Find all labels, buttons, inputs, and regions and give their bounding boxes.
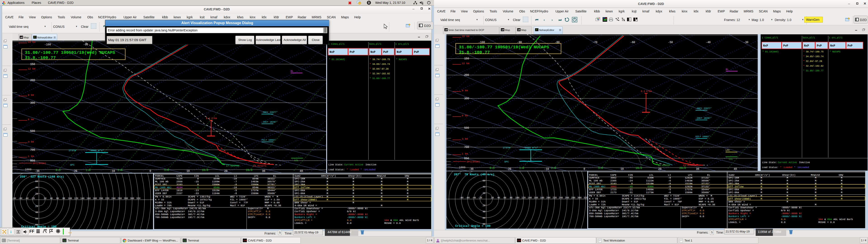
- svg-text:31.80/-100.77 190501/19(Wed) N: 31.80/-100.77 190501/19(Wed) NUCAPS: [25, 50, 115, 55]
- svg-text:Critical Angle = 180: Critical Angle = 180: [455, 224, 491, 228]
- svg-text:4-6km SR Wind =: 4-6km SR Wind =: [728, 203, 751, 206]
- svg-text:Eff Inflow: Eff Inflow: [294, 186, 309, 189]
- svg-text:10: 10: [620, 167, 624, 171]
- svg-text:1km: 1km: [818, 218, 823, 221]
- svg-text:PvP: PvP: [350, 51, 355, 54]
- svg-text:BRN Shear =: BRN Shear =: [728, 201, 745, 203]
- svg-text:*: *: [370, 77, 371, 80]
- svg-text:-20C= 18287': -20C= 18287': [695, 117, 712, 120]
- svg-text:32.94/-97.28: 32.94/-97.28: [806, 60, 822, 63]
- svg-text:0.0: 0.0: [781, 221, 785, 224]
- svg-text:LCL-EL(Cloud Layer): LCL-EL(Cloud Layer): [294, 195, 323, 198]
- svg-text:300: 300: [577, 196, 581, 199]
- svg-text:FZL= 10097': FZL= 10097': [695, 135, 710, 138]
- svg-text:-7: -7: [234, 180, 237, 183]
- svg-text:EL: EL: [707, 174, 710, 177]
- svg-text:M: M: [327, 183, 328, 186]
- svg-text:0.5: 0.5: [490, 167, 495, 170]
- svg-text:M: M: [381, 189, 382, 192]
- svg-text:0.0: 0.0: [347, 219, 351, 222]
- svg-text:1 src,pl/1: 1 src,pl/1: [395, 43, 409, 45]
- svg-text:M: M: [352, 195, 354, 198]
- svg-text:-8: -8: [668, 185, 671, 188]
- svg-text:-30C= 22077': -30C= 22077': [261, 111, 278, 114]
- svg-text:-10: -10: [544, 167, 549, 171]
- svg-text:M: M: [407, 183, 408, 186]
- svg-text:M: M: [381, 186, 382, 189]
- svg-text:5.0: 5.0: [164, 169, 169, 172]
- svg-text:1506m: 1506m: [251, 183, 258, 186]
- svg-text:2157: 2157: [177, 192, 182, 195]
- svg-text:180: 180: [540, 196, 544, 199]
- svg-text:31.8,-100.77: 31.8,-100.77: [25, 55, 56, 60]
- svg-text:60: 60: [503, 196, 506, 199]
- svg-text:M: M: [352, 201, 354, 204]
- svg-text:-80: -80: [459, 196, 463, 199]
- svg-text:1489m: 1489m: [646, 188, 653, 191]
- svg-text:M: M: [352, 177, 354, 180]
- svg-text:M: M: [815, 177, 816, 179]
- svg-text:207° 78 Knots (40 m/s): 207° 78 Knots (40 m/s): [454, 173, 494, 176]
- svg-text:3CAPE = 114J/kg: 3CAPE = 114J/kg: [622, 194, 644, 197]
- svg-text:1 times,pl/1: 1 times,pl/1: [328, 43, 344, 45]
- svg-text:M: M: [327, 195, 328, 198]
- svg-text:Line State:: Line State:: [762, 161, 777, 164]
- svg-text:M: M: [327, 189, 328, 192]
- svg-text:1737m: 1737m: [685, 188, 692, 191]
- svg-text:Supercell= M: Supercell= M: [248, 207, 269, 210]
- svg-text:CAPE: CAPE: [177, 175, 183, 177]
- svg-text:-20C= 18287': -20C= 18287': [261, 121, 278, 123]
- svg-text:-9999/-9999 kt: -9999/-9999 kt: [347, 213, 368, 216]
- svg-text:Bunkers Right =: Bunkers Right =: [294, 213, 317, 216]
- svg-text:Bunkers Right =: Bunkers Right =: [728, 212, 751, 215]
- svg-text:2.0: 2.0: [551, 167, 556, 170]
- svg-text:37132': 37132': [701, 177, 710, 179]
- svg-text:InActive: InActive: [366, 163, 376, 166]
- svg-text:M: M: [407, 177, 408, 180]
- svg-text:200: 200: [464, 74, 469, 77]
- svg-text:854m: 854m: [214, 177, 220, 180]
- svg-text:-30: -30: [35, 170, 39, 173]
- svg-text:1483m: 1483m: [685, 179, 692, 182]
- svg-text:1519m: 1519m: [685, 182, 692, 185]
- svg-text:6km: 6km: [827, 218, 832, 221]
- svg-text:M: M: [352, 189, 354, 192]
- svg-text:Supercell= M: Supercell= M: [682, 206, 703, 209]
- svg-text:15 km: 15 km: [462, 35, 469, 38]
- svg-text:1723: 1723: [611, 188, 616, 191]
- svg-text:Corfidi Upshear =: Corfidi Upshear =: [294, 210, 320, 213]
- svg-text:5.0: 5.0: [598, 167, 603, 170]
- svg-text:M: M: [327, 177, 328, 180]
- svg-text:Current Active: Current Active: [778, 161, 797, 164]
- svg-text:630m: 630m: [648, 177, 654, 179]
- svg-text:2550: 2550: [177, 180, 182, 183]
- svg-text:0/0 kt: 0/0 kt: [781, 209, 790, 212]
- svg-text:ConvT = 77F: ConvT = 77F: [230, 201, 248, 204]
- svg-text:SFC-6km: SFC-6km: [728, 188, 739, 191]
- svg-text:FCST SFC: FCST SFC: [155, 183, 167, 186]
- svg-text:-6: -6: [234, 192, 237, 195]
- svg-text:LCL-EL(Cloud Layer): LCL-EL(Cloud Layer): [728, 194, 757, 197]
- svg-text:SFC(943m): SFC(943m): [33, 162, 46, 165]
- svg-text:K = 33: K = 33: [155, 199, 164, 201]
- svg-text:* 01.19(Wed): * 01.19(Wed): [329, 58, 345, 61]
- svg-text:1483m: 1483m: [251, 180, 258, 183]
- svg-text:0: 0: [197, 177, 199, 180]
- svg-text:* :UnLoaded: * :UnLoaded: [361, 169, 375, 171]
- svg-text:NCAPE =0.38: NCAPE =0.38: [265, 204, 281, 207]
- svg-text:1589m: 1589m: [251, 192, 258, 195]
- svg-text:700-500mb LapseRate= 19C/7.3C: 700-500mb LapseRate= 19C/7.3C/km: [589, 215, 638, 218]
- svg-text:39.74/-109.75: 39.74/-109.75: [372, 58, 390, 61]
- svg-text:30: 30: [262, 170, 265, 173]
- svg-text:39.74/-109.75: 39.74/-109.75: [806, 51, 824, 53]
- svg-text:1515m: 1515m: [212, 189, 219, 192]
- svg-text:9 km: 9 km: [28, 94, 34, 96]
- svg-text:SFC-3km: SFC-3km: [294, 183, 305, 186]
- svg-text:220: 220: [553, 196, 557, 199]
- svg-text:35444': 35444': [701, 188, 710, 191]
- svg-text:6 km: 6 km: [462, 114, 468, 117]
- svg-text:* 01.19(Wed): * 01.19(Wed): [763, 51, 779, 53]
- svg-text:MMP = 0.00: MMP = 0.00: [699, 201, 714, 203]
- svg-text:LowRH = 70%: LowRH = 70%: [155, 204, 172, 207]
- svg-text:M: M: [815, 203, 816, 206]
